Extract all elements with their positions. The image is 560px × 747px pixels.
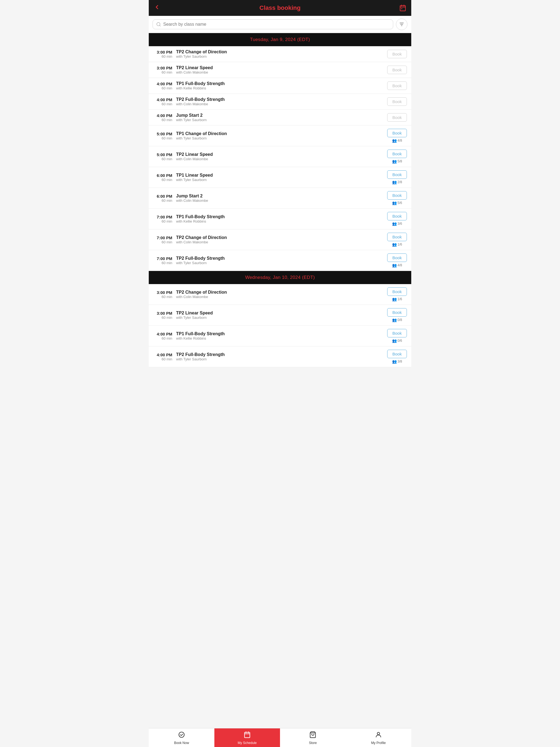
table-row: 4:00 PM 60 min TP2 Full-Body Strength wi… <box>149 346 411 367</box>
svg-point-3 <box>179 732 184 738</box>
people-icon: 👥 <box>392 159 397 163</box>
class-duration: 60 min <box>153 240 172 244</box>
class-duration: 60 min <box>153 219 172 223</box>
capacity-indicator: 👥2/8 <box>392 180 402 184</box>
nav-item-store[interactable]: Store <box>280 728 346 747</box>
capacity-value: 0/6 <box>398 339 402 343</box>
class-time: 4:00 PM <box>153 97 172 102</box>
svg-point-6 <box>377 732 380 735</box>
capacity-value: 3/8 <box>398 360 402 363</box>
book-button: Book <box>387 113 407 122</box>
svg-rect-4 <box>245 732 250 738</box>
class-time: 3:00 PM <box>153 311 172 315</box>
class-name: TP2 Linear Speed <box>176 66 383 70</box>
book-button[interactable]: Book <box>387 129 407 137</box>
class-instructor: with Colin Makombe <box>176 240 383 244</box>
profile-icon <box>375 731 382 740</box>
people-icon: 👥 <box>392 138 397 143</box>
svg-rect-0 <box>400 5 406 11</box>
class-duration: 60 min <box>153 178 172 182</box>
calendar-icon[interactable] <box>397 4 406 11</box>
nav-label-store: Store <box>309 741 317 745</box>
capacity-indicator: 👥3/8 <box>392 359 402 364</box>
search-input[interactable] <box>163 22 390 27</box>
book-button[interactable]: Book <box>387 308 407 317</box>
capacity-indicator: 👥1/6 <box>392 297 402 301</box>
class-duration: 60 min <box>153 102 172 106</box>
book-button[interactable]: Book <box>387 150 407 158</box>
table-row: 3:00 PM 60 min TP2 Linear Speed with Col… <box>149 62 411 78</box>
people-icon: 👥 <box>392 318 397 322</box>
filter-button[interactable] <box>396 19 407 30</box>
nav-label-book-now: Book Now <box>174 741 189 745</box>
back-button[interactable] <box>154 4 163 12</box>
book-button[interactable]: Book <box>387 350 407 358</box>
table-row: 3:00 PM 60 min TP2 Linear Speed with Tyl… <box>149 305 411 326</box>
class-duration: 60 min <box>153 118 172 122</box>
class-time: 5:00 PM <box>153 152 172 157</box>
table-row: 3:00 PM 60 min TP2 Change of Direction w… <box>149 284 411 305</box>
capacity-value: 5/8 <box>398 159 402 163</box>
table-row: 7:00 PM 60 min TP1 Full-Body Strength wi… <box>149 209 411 229</box>
capacity-value: 3/6 <box>398 222 402 226</box>
book-button[interactable]: Book <box>387 254 407 262</box>
class-name: TP2 Full-Body Strength <box>176 352 383 357</box>
class-time: 4:00 PM <box>153 332 172 336</box>
capacity-indicator: 👥0/8 <box>392 318 402 322</box>
class-instructor: with Tyler Saurborn <box>176 118 383 122</box>
book-button[interactable]: Book <box>387 233 407 241</box>
class-duration: 60 min <box>153 86 172 90</box>
class-instructor: with Colin Makombe <box>176 102 383 106</box>
class-time: 4:00 PM <box>153 353 172 357</box>
class-duration: 60 min <box>153 357 172 361</box>
capacity-value: 5/6 <box>398 201 402 205</box>
class-instructor: with Kellie Robbins <box>176 86 383 90</box>
people-icon: 👥 <box>392 297 397 301</box>
table-row: 3:00 PM 60 min TP2 Change of Direction w… <box>149 46 411 62</box>
class-time: 7:00 PM <box>153 215 172 219</box>
table-row: 4:00 PM 60 min TP1 Full-Body Strength wi… <box>149 326 411 346</box>
table-row: 4:00 PM 60 min Jump Start 2 with Tyler S… <box>149 110 411 126</box>
class-instructor: with Colin Makombe <box>176 70 383 74</box>
nav-item-book-now[interactable]: Book Now <box>149 728 214 747</box>
table-row: 7:00 PM 60 min TP2 Full-Body Strength wi… <box>149 250 411 271</box>
book-button[interactable]: Book <box>387 170 407 179</box>
class-name: TP2 Linear Speed <box>176 152 383 157</box>
class-duration: 60 min <box>153 157 172 161</box>
nav-item-my-schedule[interactable]: My Schedule <box>214 728 280 747</box>
check-circle-icon <box>178 731 185 740</box>
class-time: 3:00 PM <box>153 290 172 295</box>
svg-rect-1 <box>401 8 402 9</box>
class-instructor: with Tyler Saurborn <box>176 261 383 265</box>
class-name: TP1 Full-Body Strength <box>176 81 383 86</box>
class-duration: 60 min <box>153 336 172 340</box>
class-duration: 60 min <box>153 136 172 140</box>
app-header: Class booking <box>149 0 411 16</box>
book-button[interactable]: Book <box>387 191 407 200</box>
class-list-0: 3:00 PM 60 min TP2 Change of Direction w… <box>149 46 411 271</box>
book-button[interactable]: Book <box>387 329 407 337</box>
book-button: Book <box>387 50 407 58</box>
class-instructor: with Tyler Saurborn <box>176 357 383 361</box>
book-button[interactable]: Book <box>387 287 407 296</box>
table-row: 4:00 PM 60 min TP1 Full-Body Strength wi… <box>149 78 411 94</box>
book-button: Book <box>387 81 407 90</box>
people-icon: 👥 <box>392 263 397 267</box>
class-name: Jump Start 2 <box>176 194 383 199</box>
content-area: Tuesday, Jan 9, 2024 (EDT) 3:00 PM 60 mi… <box>149 33 411 386</box>
book-button[interactable]: Book <box>387 212 407 221</box>
class-time: 5:00 PM <box>153 131 172 136</box>
search-input-wrapper <box>153 19 393 29</box>
people-icon: 👥 <box>392 201 397 205</box>
people-icon: 👥 <box>392 359 397 364</box>
nav-label-my-schedule: My Schedule <box>238 741 256 745</box>
people-icon: 👥 <box>392 242 397 247</box>
class-name: Jump Start 2 <box>176 113 383 118</box>
nav-item-my-profile[interactable]: My Profile <box>346 728 411 747</box>
nav-label-my-profile: My Profile <box>371 741 385 745</box>
date-header-1: Wednesday, Jan 10, 2024 (EDT) <box>149 271 411 284</box>
class-time: 7:00 PM <box>153 235 172 240</box>
class-instructor: with Kellie Robbins <box>176 336 383 340</box>
page-title: Class booking <box>163 4 397 11</box>
class-name: TP2 Change of Direction <box>176 235 383 240</box>
